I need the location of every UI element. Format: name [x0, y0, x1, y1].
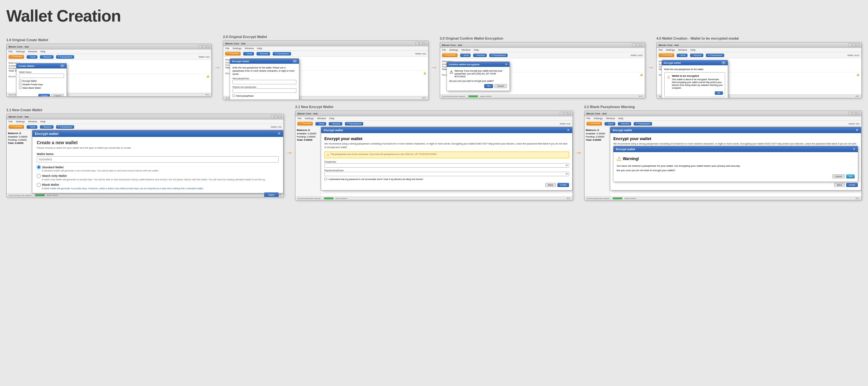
- cancel-button[interactable]: Cancel: [51, 94, 64, 97]
- blank-wallet-checkbox[interactable]: [19, 87, 22, 89]
- menu-window-2[interactable]: Window: [245, 47, 254, 50]
- close-btn[interactable]: ✕: [206, 45, 209, 48]
- menu-settings-b1[interactable]: Settings: [16, 120, 25, 123]
- menu-file-b2[interactable]: File: [297, 117, 302, 120]
- radio-blank-input[interactable]: [37, 183, 41, 187]
- nav-send-2[interactable]: ↑ Send: [243, 52, 254, 56]
- nav-overview-b3[interactable]: ⬡ Overview: [587, 122, 602, 125]
- max-btn-4[interactable]: □: [852, 43, 856, 47]
- menu-settings-b3[interactable]: Settings: [594, 117, 603, 120]
- nav-send-b2[interactable]: ↑ Send: [315, 122, 326, 125]
- confirm-yes-btn[interactable]: Yes: [484, 84, 493, 88]
- nav-overview-2[interactable]: ⬡ Overview: [225, 52, 241, 56]
- back-btn-b3[interactable]: Back: [834, 183, 845, 187]
- new-encrypt-close[interactable]: ✕: [567, 128, 570, 132]
- disable-private-keys-checkbox[interactable]: [19, 83, 22, 86]
- menu-file-3[interactable]: File: [442, 49, 446, 51]
- show-passphrase-checkbox[interactable]: [232, 94, 235, 97]
- nav-overview-b2[interactable]: ⬡ Overview: [297, 122, 313, 125]
- max-btn-2[interactable]: □: [419, 42, 423, 45]
- radio-standard-input[interactable]: [37, 165, 41, 169]
- nav-receive[interactable]: ↓ Receive: [40, 55, 54, 59]
- maximize-btn[interactable]: □: [203, 45, 206, 48]
- max-btn-b2[interactable]: □: [564, 112, 567, 115]
- nav-overview-4[interactable]: ⬡ Overview: [659, 53, 674, 57]
- nav-transactions-b3[interactable]: ≡ Transactions: [634, 122, 652, 125]
- menu-window-4[interactable]: Window: [678, 49, 687, 51]
- next-button[interactable]: Next: [264, 192, 279, 197]
- nav-receive-b3[interactable]: ↓ Receive: [618, 122, 631, 125]
- close-btn-3[interactable]: ✕: [640, 43, 643, 47]
- create-button[interactable]: Create: [38, 94, 50, 97]
- nav-transactions-b1[interactable]: ≡ Transactions: [56, 125, 74, 129]
- min-btn-2[interactable]: –: [415, 42, 418, 45]
- encrypt-outer-close[interactable]: ✕: [721, 61, 726, 64]
- nav-send-b3[interactable]: ↑ Send: [604, 122, 615, 125]
- menu-settings-3[interactable]: Settings: [449, 49, 458, 51]
- close-btn-2[interactable]: ✕: [423, 42, 426, 45]
- menu-help-b1[interactable]: Help: [40, 120, 45, 123]
- max-btn-b3[interactable]: □: [852, 112, 856, 115]
- repeat-passphrase-input-b2[interactable]: [324, 172, 569, 176]
- repeat-passphrase-input[interactable]: [232, 88, 297, 93]
- blank-warn-yes-btn[interactable]: Yes: [846, 174, 855, 178]
- close-btn-b2[interactable]: ✕: [567, 112, 571, 115]
- close-btn-b1[interactable]: ✕: [278, 115, 281, 118]
- menu-help-2[interactable]: Help: [257, 47, 262, 50]
- close-btn-4[interactable]: ✕: [856, 43, 860, 47]
- menu-file-2[interactable]: File: [225, 47, 229, 50]
- menu-window-3[interactable]: Window: [461, 49, 470, 51]
- nav-overview-b1[interactable]: ⬡ Overview: [8, 125, 24, 129]
- inner-ok-btn[interactable]: OK: [715, 91, 723, 95]
- min-btn-b3[interactable]: –: [849, 112, 852, 115]
- menu-help-3[interactable]: Help: [474, 49, 479, 51]
- menu-file-b3[interactable]: File: [587, 117, 591, 120]
- encrypt-orig-close[interactable]: ✕: [292, 60, 297, 63]
- menu-window-b1[interactable]: Window: [28, 120, 37, 123]
- nav-transactions-2[interactable]: ≡ Transactions: [273, 52, 291, 56]
- menu-help-b3[interactable]: Help: [618, 117, 623, 120]
- menu-window-b2[interactable]: Window: [317, 117, 326, 120]
- menu-settings[interactable]: Settings: [16, 50, 25, 53]
- menu-file[interactable]: File: [8, 50, 13, 53]
- blank-warn-close[interactable]: ✕: [853, 147, 855, 151]
- menu-help-4[interactable]: Help: [690, 49, 695, 51]
- nav-transactions-4[interactable]: ≡ Transactions: [706, 54, 724, 57]
- nav-receive-2[interactable]: ↓ Receive: [256, 52, 270, 56]
- nav-send-b1[interactable]: ↑ Send: [27, 125, 37, 129]
- min-btn-b1[interactable]: –: [271, 115, 274, 118]
- menu-file-b1[interactable]: File: [8, 120, 13, 123]
- max-btn-b1[interactable]: □: [275, 115, 278, 118]
- nav-receive-b2[interactable]: ↓ Receive: [329, 122, 342, 125]
- min-btn-3[interactable]: –: [632, 43, 635, 47]
- confirm-cancel-btn[interactable]: Cancel: [494, 84, 507, 88]
- encrypt-wallet-checkbox[interactable]: [19, 80, 22, 82]
- create-wallet-close[interactable]: ✕: [60, 64, 65, 67]
- menu-window-b3[interactable]: Window: [606, 117, 615, 120]
- menu-settings-2[interactable]: Settings: [232, 47, 242, 50]
- nav-receive-3[interactable]: ↓ Receive: [473, 54, 487, 57]
- new-passphrase-input[interactable]: [232, 80, 297, 84]
- understand-checkbox-b2[interactable]: [324, 178, 327, 180]
- nav-overview-3[interactable]: ⬡ Overview: [442, 53, 458, 57]
- menu-settings-4[interactable]: Settings: [666, 49, 675, 51]
- nav-receive-b1[interactable]: ↓ Receive: [40, 125, 54, 129]
- menu-help[interactable]: Help: [40, 50, 45, 53]
- menu-window[interactable]: Window: [28, 50, 37, 53]
- max-btn-3[interactable]: □: [636, 43, 639, 47]
- confirm-close[interactable]: ✕: [505, 63, 508, 66]
- menu-settings-b2[interactable]: Settings: [305, 117, 314, 120]
- menu-file-4[interactable]: File: [659, 49, 663, 51]
- create-btn-b2[interactable]: Create: [557, 183, 569, 187]
- new-wallet-name-input[interactable]: [37, 156, 279, 162]
- nav-overview[interactable]: ⬡ Overview: [8, 55, 24, 59]
- nav-send[interactable]: ↑ Send: [27, 55, 37, 59]
- minimize-btn[interactable]: –: [198, 45, 202, 48]
- wallet-name-input[interactable]: [19, 73, 64, 78]
- create-btn-b3[interactable]: Create: [846, 183, 858, 187]
- new-encrypt-close-b3[interactable]: ✕: [856, 128, 859, 132]
- nav-transactions-3[interactable]: ≡ Transactions: [489, 54, 508, 57]
- min-btn-b2[interactable]: –: [560, 112, 563, 115]
- nav-send-4[interactable]: ↑ Send: [677, 54, 687, 57]
- nav-send-3[interactable]: ↑ Send: [460, 54, 471, 57]
